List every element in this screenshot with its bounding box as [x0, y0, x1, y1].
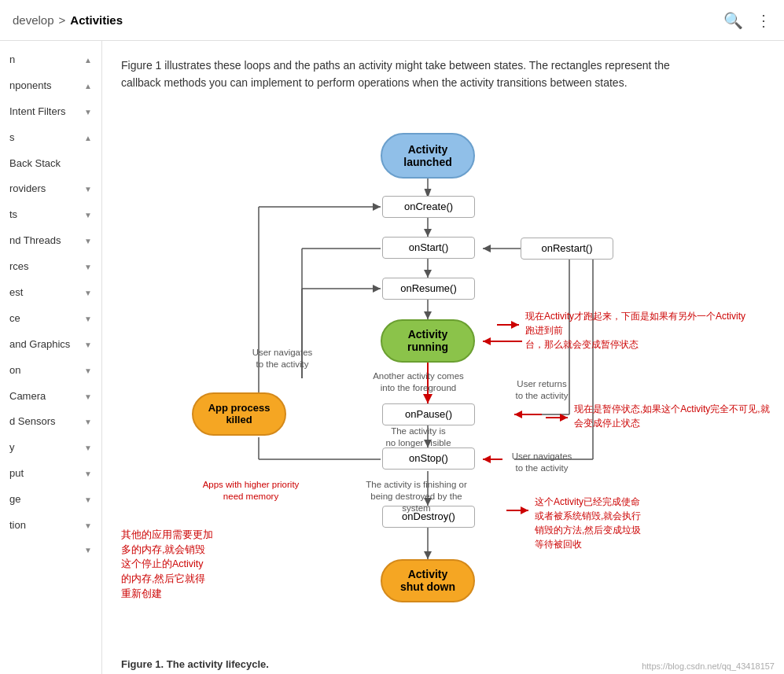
more-icon[interactable]: ⋮	[756, 11, 771, 30]
chevron-icon: ▼	[84, 288, 92, 298]
sidebar-item-nd-threads[interactable]: nd Threads ▼	[0, 228, 101, 254]
svg-marker-2	[424, 229, 432, 237]
top-bar: develop > Activities 🔍 ⋮	[0, 0, 784, 41]
breadcrumb: develop > Activities	[13, 13, 123, 27]
sidebar-item-y[interactable]: y ▼	[0, 435, 101, 461]
svg-marker-4	[424, 270, 432, 278]
finishing-or-destroyed-label: The activity is finishing or being destr…	[355, 479, 477, 514]
svg-marker-45	[521, 506, 528, 514]
on-pause-node: onPause()	[382, 403, 475, 425]
sidebar-item-rces[interactable]: rces ▼	[0, 254, 101, 280]
sidebar-item-put[interactable]: put ▼	[0, 461, 101, 487]
user-navigates-label: User navigates to the activity	[243, 347, 322, 370]
user-navigates-to-label: User navigates to the activity	[506, 451, 577, 474]
content-area: Figure 1 illustrates these loops and the…	[102, 41, 784, 674]
top-icons[interactable]: 🔍 ⋮	[723, 11, 771, 30]
chinese-annotation-2: 现在是暂停状态,如果这个Activity完全不可见,就 会变成停止状态	[546, 402, 782, 437]
breadcrumb-develop[interactable]: develop	[13, 13, 54, 27]
chevron-icon: ▼	[84, 184, 92, 194]
sidebar-item-tion[interactable]: tion ▼	[0, 513, 101, 539]
sidebar-item-camera[interactable]: Camera ▼	[0, 384, 101, 410]
sidebar: n ▲ nponents ▲ Intent Filters ▼ s ▲ Back…	[0, 41, 102, 674]
lifecycle-diagram: Activity launched onCreate() onStart() o…	[121, 111, 774, 646]
sidebar-item-on[interactable]: on ▼	[0, 358, 101, 384]
sidebar-item-s[interactable]: s ▲	[0, 125, 101, 151]
intro-paragraph: Figure 1 illustrates these loops and the…	[121, 57, 687, 92]
breadcrumb-separator: >	[59, 13, 66, 27]
sidebar-item-ts[interactable]: ts ▼	[0, 202, 101, 228]
sidebar-item-roviders[interactable]: roviders ▼	[0, 176, 101, 202]
on-resume-node: onResume()	[382, 278, 475, 300]
on-start-node: onStart()	[382, 237, 475, 259]
sidebar-item-nponents[interactable]: nponents ▲	[0, 73, 101, 99]
chevron-icon: ▼	[84, 417, 92, 427]
svg-marker-19	[373, 285, 381, 293]
chevron-icon: ▼	[84, 236, 92, 246]
chevron-icon: ▼	[84, 392, 92, 402]
chinese-annotation-1: 现在Activity才跑起来，下面是如果有另外一个Activity跑进到前 台，…	[497, 309, 749, 352]
chevron-icon: ▼	[84, 262, 92, 272]
svg-marker-31	[514, 411, 522, 418]
chevron-icon: ▼	[84, 210, 92, 220]
chinese-annotation-3: 其他的应用需要更加 多的内存,就会销毁 这个停止的Activity 的内存,然后…	[121, 528, 247, 602]
chevron-icon: ▲	[84, 133, 92, 143]
svg-marker-39	[373, 203, 381, 211]
sidebar-item-est[interactable]: est ▼	[0, 280, 101, 306]
chevron-icon: ▼	[84, 495, 92, 505]
footer-url: https://blog.csdn.net/qq_43418157	[642, 661, 775, 671]
sidebar-item-bottom[interactable]: ▼	[0, 539, 101, 562]
on-stop-node: onStop()	[382, 447, 475, 470]
app-process-killed-node: App process killed	[192, 392, 286, 436]
sidebar-item-n[interactable]: n ▲	[0, 47, 101, 73]
chinese-annotation-4: 这个Activity已经完成使命 或者被系统销毁,就会执行 销毁的方法,然后变成…	[506, 495, 742, 551]
svg-marker-43	[560, 414, 568, 422]
user-returns-label: User returns to the activity	[506, 378, 577, 402]
no-longer-visible-label: The activity is no longer visible	[363, 425, 473, 449]
another-activity-label: Another activity comes into the foregrou…	[363, 370, 473, 394]
on-create-node: onCreate()	[382, 196, 475, 218]
chevron-icon: ▼	[84, 314, 92, 324]
breadcrumb-current: Activities	[70, 13, 123, 27]
sidebar-item-ge[interactable]: ge ▼	[0, 487, 101, 513]
sidebar-item-back-stack[interactable]: Back Stack	[0, 151, 101, 177]
chevron-icon: ▲	[84, 81, 92, 91]
svg-marker-6	[424, 311, 432, 319]
chevron-icon: ▼	[84, 521, 92, 531]
activity-shut-down-node: Activity shut down	[381, 559, 475, 602]
chevron-icon: ▼	[84, 107, 92, 117]
svg-marker-29	[483, 337, 491, 345]
sidebar-item-and-graphics[interactable]: and Graphics ▼	[0, 332, 101, 358]
activity-launched-node: Activity launched	[381, 133, 475, 179]
search-icon[interactable]: 🔍	[723, 11, 743, 30]
on-restart-node: onRestart()	[521, 238, 613, 260]
chevron-icon: ▲	[84, 55, 92, 65]
svg-marker-14	[424, 551, 432, 559]
chevron-icon: ▼	[84, 443, 92, 453]
main-area: n ▲ nponents ▲ Intent Filters ▼ s ▲ Back…	[0, 41, 784, 674]
activity-running-node: Activity running	[381, 319, 475, 363]
chevron-icon: ▼	[84, 340, 92, 350]
chevron-icon: ▼	[84, 366, 92, 376]
svg-marker-41	[511, 321, 519, 329]
apps-higher-priority-label: Apps with higher priority need memory	[200, 479, 302, 503]
sidebar-item-ce[interactable]: ce ▼	[0, 306, 101, 332]
svg-marker-8	[423, 394, 432, 403]
sidebar-item-d-sensors[interactable]: d Sensors ▼	[0, 409, 101, 435]
svg-marker-16	[483, 245, 491, 252]
chevron-icon: ▼	[84, 469, 92, 479]
chevron-icon: ▼	[84, 545, 92, 555]
svg-marker-33	[483, 455, 491, 463]
sidebar-item-intent-filters[interactable]: Intent Filters ▼	[0, 99, 101, 125]
